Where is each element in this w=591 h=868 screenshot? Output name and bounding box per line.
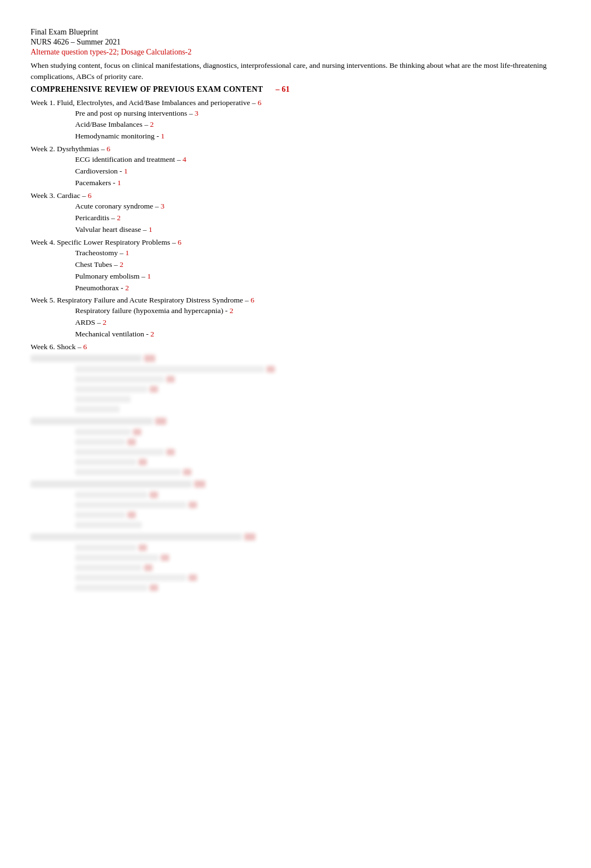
week-4-sub1-text: Chest Tubes – bbox=[75, 260, 118, 269]
comprehensive-label: COMPREHENSIVE REVIEW OF PREVIOUS EXAM CO… bbox=[31, 85, 263, 93]
week-5-sub1-text: ARDS – bbox=[75, 318, 101, 326]
week-2-subitem-0: ECG identification and treatment – 4 bbox=[75, 154, 560, 166]
week-2-num: 6 bbox=[107, 145, 111, 153]
week-4-subitem-3: Pneumothorax - 2 bbox=[75, 282, 560, 294]
week-5-label: Week 5. Respiratory Failure and Acute Re… bbox=[31, 296, 249, 304]
week-1-subitem-2: Hemodynamic monitoring - 1 bbox=[75, 131, 560, 142]
week-5-subitems: Respiratory failure (hypoxemia and hyper… bbox=[31, 305, 560, 340]
week-2-subitem-1: Cardioversion - 1 bbox=[75, 166, 560, 177]
week-1-header: Week 1. Fluid, Electrolytes, and Acid/Ba… bbox=[31, 98, 560, 107]
week-2-sub1-num: 1 bbox=[124, 167, 128, 175]
intro-text: When studying content, focus on clinical… bbox=[31, 61, 546, 81]
week-4-sub2-text: Pulmonary embolism – bbox=[75, 272, 145, 280]
comprehensive-line: COMPREHENSIVE REVIEW OF PREVIOUS EXAM CO… bbox=[31, 85, 560, 94]
week-3-sub0-num: 3 bbox=[161, 202, 165, 210]
week-1-label: Week 1. Fluid, Electrolytes, and Acid/Ba… bbox=[31, 98, 256, 107]
week-3-num: 6 bbox=[88, 191, 92, 200]
title-line1: Final Exam Blueprint bbox=[31, 28, 560, 37]
week-3-sub2-text: Valvular heart disease – bbox=[75, 225, 147, 234]
blurred-week-9 bbox=[31, 480, 560, 530]
week-5-sub2-num: 2 bbox=[150, 330, 154, 338]
week-2-label: Week 2. Dysrhythmias – bbox=[31, 145, 105, 153]
week-5-sub0-text: Respiratory failure (hypoxemia and hyper… bbox=[75, 306, 228, 315]
week-6-header: Week 6. Shock – 6 bbox=[31, 343, 560, 351]
week-4: Week 4. Specific Lower Respiratory Probl… bbox=[31, 238, 560, 294]
week-1-sub0-num: 3 bbox=[195, 109, 199, 117]
week-5-sub0-num: 2 bbox=[229, 306, 233, 315]
week-5: Week 5. Respiratory Failure and Acute Re… bbox=[31, 296, 560, 340]
week-5-header: Week 5. Respiratory Failure and Acute Re… bbox=[31, 296, 560, 305]
week-1-subitem-0: Pre and post op nursing interventions – … bbox=[75, 108, 560, 120]
week-4-sub1-num: 2 bbox=[120, 260, 124, 269]
week-3: Week 3. Cardiac – 6 Acute coronary syndr… bbox=[31, 191, 560, 236]
week-4-header: Week 4. Specific Lower Respiratory Probl… bbox=[31, 238, 560, 247]
blurred-week-8 bbox=[31, 418, 560, 477]
week-2-sub0-text: ECG identification and treatment – bbox=[75, 155, 181, 163]
week-3-subitem-0: Acute coronary syndrome – 3 bbox=[75, 201, 560, 212]
week-4-sub3-num: 2 bbox=[125, 284, 129, 292]
comprehensive-value: – 61 bbox=[275, 85, 290, 93]
course-text: NURS 4626 – Summer 2021 bbox=[31, 38, 121, 46]
week-4-label: Week 4. Specific Lower Respiratory Probl… bbox=[31, 238, 176, 246]
week-4-num: 6 bbox=[178, 238, 181, 246]
week-4-sub3-text: Pneumothorax - bbox=[75, 284, 124, 292]
blurred-week-7 bbox=[31, 355, 560, 414]
week-4-subitem-2: Pulmonary embolism – 1 bbox=[75, 271, 560, 282]
week-3-sub0-text: Acute coronary syndrome – bbox=[75, 202, 159, 210]
week-2-header: Week 2. Dysrhythmias – 6 bbox=[31, 145, 560, 153]
week-3-header: Week 3. Cardiac – 6 bbox=[31, 191, 560, 200]
week-1-sub2-text: Hemodynamic monitoring - bbox=[75, 132, 159, 140]
week-5-sub1-num: 2 bbox=[103, 318, 107, 326]
weeks-container: Week 1. Fluid, Electrolytes, and Acid/Ba… bbox=[31, 98, 560, 352]
week-1-sub0-text: Pre and post op nursing interventions – bbox=[75, 109, 193, 117]
week-1-subitems: Pre and post op nursing interventions – … bbox=[31, 108, 560, 143]
week-1-subitem-1: Acid/Base Imbalances – 2 bbox=[75, 119, 560, 131]
week-5-sub2-text: Mechanical ventilation - bbox=[75, 330, 149, 338]
blurred-weeks-container bbox=[31, 355, 560, 593]
week-5-subitem-0: Respiratory failure (hypoxemia and hyper… bbox=[75, 305, 560, 317]
week-1-sub2-num: 1 bbox=[161, 132, 165, 140]
week-3-subitems: Acute coronary syndrome – 3 Pericarditis… bbox=[31, 201, 560, 236]
week-2-subitems: ECG identification and treatment – 4 Car… bbox=[31, 154, 560, 189]
title-line3: Alternate question types-22; Dosage Calc… bbox=[31, 48, 560, 57]
alternate-questions-text: Alternate question types-22; Dosage Calc… bbox=[31, 48, 191, 56]
week-2-sub1-text: Cardioversion - bbox=[75, 167, 122, 175]
week-3-subitem-1: Pericarditis – 2 bbox=[75, 212, 560, 224]
week-1-sub1-text: Acid/Base Imbalances – bbox=[75, 120, 148, 128]
week-4-sub2-num: 1 bbox=[147, 272, 151, 280]
week-5-subitem-2: Mechanical ventilation - 2 bbox=[75, 329, 560, 340]
week-4-subitem-1: Chest Tubes – 2 bbox=[75, 259, 560, 271]
week-3-subitem-2: Valvular heart disease – 1 bbox=[75, 224, 560, 236]
week-2-subitem-2: Pacemakers - 1 bbox=[75, 177, 560, 189]
week-2-sub2-num: 1 bbox=[117, 178, 121, 187]
week-4-subitems: Tracheostomy – 1 Chest Tubes – 2 Pulmona… bbox=[31, 247, 560, 294]
week-4-sub0-num: 1 bbox=[125, 249, 129, 257]
week-5-subitem-1: ARDS – 2 bbox=[75, 317, 560, 329]
week-3-sub2-num: 1 bbox=[149, 225, 152, 234]
blurred-week-10 bbox=[31, 533, 560, 593]
week-6-label: Week 6. Shock – bbox=[31, 343, 81, 351]
week-1-num: 6 bbox=[258, 98, 262, 107]
week-6: Week 6. Shock – 6 bbox=[31, 343, 560, 351]
week-4-subitem-0: Tracheostomy – 1 bbox=[75, 247, 560, 259]
week-6-num: 6 bbox=[83, 343, 87, 351]
week-2-sub0-num: 4 bbox=[183, 155, 186, 163]
week-3-sub1-num: 2 bbox=[117, 214, 121, 222]
week-2: Week 2. Dysrhythmias – 6 ECG identificat… bbox=[31, 145, 560, 189]
intro-paragraph: When studying content, focus on clinical… bbox=[31, 60, 560, 83]
week-1: Week 1. Fluid, Electrolytes, and Acid/Ba… bbox=[31, 98, 560, 143]
week-3-label: Week 3. Cardiac – bbox=[31, 191, 86, 200]
week-2-sub2-text: Pacemakers - bbox=[75, 178, 115, 187]
title-line2: NURS 4626 – Summer 2021 bbox=[31, 38, 560, 47]
title-text: Final Exam Blueprint bbox=[31, 28, 98, 36]
week-3-sub1-text: Pericarditis – bbox=[75, 214, 115, 222]
week-5-num: 6 bbox=[250, 296, 254, 304]
week-4-sub0-text: Tracheostomy – bbox=[75, 249, 124, 257]
week-1-sub1-num: 2 bbox=[150, 120, 154, 128]
